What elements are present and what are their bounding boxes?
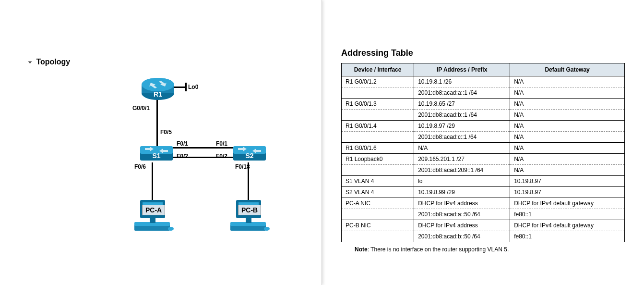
table-header-row: Device / Interface IP Address / Prefix D… <box>342 63 625 76</box>
table-row: PC-A NICDHCP for IPv4 addressDHCP for IP… <box>342 198 625 209</box>
switch-s1-label: S1 <box>139 152 174 160</box>
table-cell: 10.19.8.97 <box>510 187 625 198</box>
col-gw: Default Gateway <box>510 63 625 76</box>
label-s1-f02: F0/2 <box>177 153 188 160</box>
svg-rect-18 <box>246 218 251 223</box>
table-row: R1 G0/0/1.6N/AN/A <box>342 143 625 154</box>
table-cell: 2001:db8:acad:a::1 /64 <box>414 87 510 99</box>
addressing-pane: Addressing Table Device / Interface IP A… <box>322 0 644 285</box>
table-row: 2001:db8:acad:209::1 /64N/A <box>342 165 625 176</box>
table-cell: DHCP for IPv4 address <box>414 198 510 209</box>
note-prefix: Note <box>355 246 368 253</box>
table-cell: lo <box>414 176 510 187</box>
table-cell: 10.19.8.97 <box>510 176 625 187</box>
addressing-heading: Addressing Table <box>341 48 625 58</box>
table-cell: DHCP for IPv4 default gateway <box>510 220 625 231</box>
table-cell: N/A <box>510 143 625 154</box>
table-cell: N/A <box>510 110 625 121</box>
switch-s2-label: S2 <box>232 152 267 160</box>
label-f05: F0/5 <box>160 129 172 136</box>
table-cell: 10.19.8.99 /29 <box>414 187 510 198</box>
table-cell: 2001:db8:acad:a::50 /64 <box>414 209 510 220</box>
svg-point-19 <box>264 227 270 231</box>
svg-point-13 <box>168 227 174 231</box>
table-cell: N/A <box>510 154 625 165</box>
table-cell: PC-A NIC <box>342 198 414 209</box>
table-row: S2 VLAN 410.19.8.99 /2910.19.8.97 <box>342 187 625 198</box>
label-s1-f06: F0/6 <box>134 163 146 170</box>
note-text: : There is no interface on the router su… <box>368 246 509 253</box>
table-cell <box>342 165 414 176</box>
table-cell: fe80::1 <box>510 209 625 220</box>
pc-b: PC-B <box>227 197 270 237</box>
table-row: S1 VLAN 4lo10.19.8.97 <box>342 176 625 187</box>
table-cell <box>342 209 414 220</box>
table-row: R1 G0/0/1.410.19.8.97 /29N/A <box>342 121 625 132</box>
table-cell: N/A <box>510 76 625 87</box>
table-cell: N/A <box>510 165 625 176</box>
label-lo0: Lo0 <box>188 84 198 90</box>
table-cell: DHCP for IPv4 address <box>414 220 510 231</box>
topology-heading: Topology <box>29 58 307 66</box>
switch-s2: S2 <box>232 143 267 162</box>
table-cell: 10.19.8.97 /29 <box>414 121 510 132</box>
table-cell <box>342 87 414 99</box>
table-cell: 2001:db8:acad:b::1 /64 <box>414 110 510 121</box>
switch-s1: S1 <box>139 143 174 162</box>
table-cell: N/A <box>510 99 625 110</box>
col-ip: IP Address / Prefix <box>414 63 510 76</box>
table-row: R1 G0/0/1.310.19.8.65 /27N/A <box>342 99 625 110</box>
topology-pane: Topology <box>0 0 322 285</box>
label-g001: G0/0/1 <box>132 105 150 112</box>
addressing-table: Device / Interface IP Address / Prefix D… <box>341 63 625 242</box>
table-cell: N/A <box>510 132 625 143</box>
table-cell: 10.19.8.65 /27 <box>414 99 510 110</box>
link-s1-s2-top <box>172 147 234 149</box>
link-r1-s1 <box>156 99 158 146</box>
table-row: 2001:db8:acad:b::1 /64N/A <box>342 110 625 121</box>
table-cell: N/A <box>414 143 510 154</box>
table-cell: S2 VLAN 4 <box>342 187 414 198</box>
col-device: Device / Interface <box>342 63 414 76</box>
table-cell: DHCP for IPv4 default gateway <box>510 198 625 209</box>
table-row: 2001:db8:acad:a::1 /64N/A <box>342 87 625 99</box>
table-cell: PC-B NIC <box>342 220 414 231</box>
label-s1-f01: F0/1 <box>177 140 188 147</box>
svg-point-3 <box>142 78 174 91</box>
table-cell: N/A <box>510 121 625 132</box>
table-cell: R1 G0/0/1.4 <box>342 121 414 132</box>
router-r1: R1 <box>140 76 176 101</box>
table-cell: R1 G0/0/1.2 <box>342 76 414 87</box>
table-cell: S1 VLAN 4 <box>342 176 414 187</box>
table-row: R1 G0/0/1.210.19.8.1 /26N/A <box>342 76 625 87</box>
topology-diagram: R1 Lo0 G0/0/1 F0/5 S1 <box>96 76 298 249</box>
svg-rect-12 <box>150 218 155 223</box>
pc-b-label: PC-B <box>238 205 261 215</box>
label-s2-f018: F0/18 <box>235 163 250 170</box>
link-r1-lo0-v <box>185 83 187 91</box>
table-cell: R1 G0/0/1.3 <box>342 99 414 110</box>
table-row: PC-B NICDHCP for IPv4 addressDHCP for IP… <box>342 220 625 231</box>
pc-a-label: PC-A <box>142 205 165 215</box>
table-row: R1 Loopback0209.165.201.1 /27N/A <box>342 154 625 165</box>
table-cell: 2001:db8:acad:c::1 /64 <box>414 132 510 143</box>
table-cell: R1 Loopback0 <box>342 154 414 165</box>
collapse-triangle-icon[interactable] <box>28 61 32 63</box>
table-cell: 10.19.8.1 /26 <box>414 76 510 87</box>
table-cell: 2001:db8:acad:209::1 /64 <box>414 165 510 176</box>
table-cell: N/A <box>510 87 625 99</box>
table-cell <box>342 110 414 121</box>
table-cell: fe80::1 <box>510 231 625 242</box>
router-r1-label: R1 <box>140 90 176 98</box>
table-note: Note: There is no interface on the route… <box>355 246 625 253</box>
label-s2-f02: F0/2 <box>216 153 227 160</box>
table-cell: 2001:db8:acad:b::50 /64 <box>414 231 510 242</box>
topology-heading-text: Topology <box>36 58 70 66</box>
table-row: 2001:db8:acad:c::1 /64N/A <box>342 132 625 143</box>
label-s2-f01: F0/1 <box>216 140 227 147</box>
page: Topology <box>0 0 644 285</box>
table-row: 2001:db8:acad:b::50 /64fe80::1 <box>342 231 625 242</box>
table-cell: R1 G0/0/1.6 <box>342 143 414 154</box>
table-row: 2001:db8:acad:a::50 /64fe80::1 <box>342 209 625 220</box>
table-cell <box>342 132 414 143</box>
